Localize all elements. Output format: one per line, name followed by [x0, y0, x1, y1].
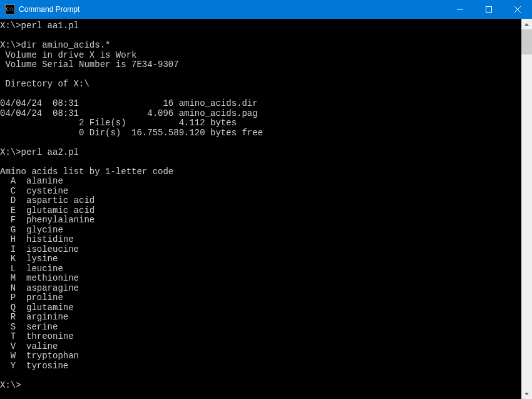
scroll-up-button[interactable] [521, 19, 532, 29]
vertical-scrollbar[interactable] [521, 19, 532, 399]
window-title: Command Prompt [19, 5, 446, 14]
titlebar[interactable]: C:\ Command Prompt [0, 0, 532, 19]
svg-marker-4 [524, 23, 529, 26]
scroll-track[interactable] [521, 29, 532, 388]
app-icon: C:\ [5, 4, 15, 14]
svg-rect-1 [486, 7, 492, 13]
chevron-up-icon [524, 23, 529, 26]
close-icon [514, 6, 521, 13]
close-button[interactable] [503, 0, 532, 19]
command-prompt-window: C:\ Command Prompt X:\>perl aa1.pl X:\>d… [0, 0, 532, 399]
window-controls [446, 0, 532, 19]
svg-marker-5 [524, 393, 529, 395]
scroll-down-button[interactable] [521, 388, 532, 399]
minimize-button[interactable] [446, 0, 474, 19]
minimize-icon [457, 6, 463, 13]
chevron-down-icon [524, 393, 529, 395]
scroll-thumb[interactable] [521, 29, 532, 54]
content-area: X:\>perl aa1.pl X:\>dir amino_acids.* Vo… [0, 19, 532, 399]
terminal-output[interactable]: X:\>perl aa1.pl X:\>dir amino_acids.* Vo… [0, 19, 521, 399]
maximize-button[interactable] [474, 0, 503, 19]
maximize-icon [486, 6, 492, 13]
